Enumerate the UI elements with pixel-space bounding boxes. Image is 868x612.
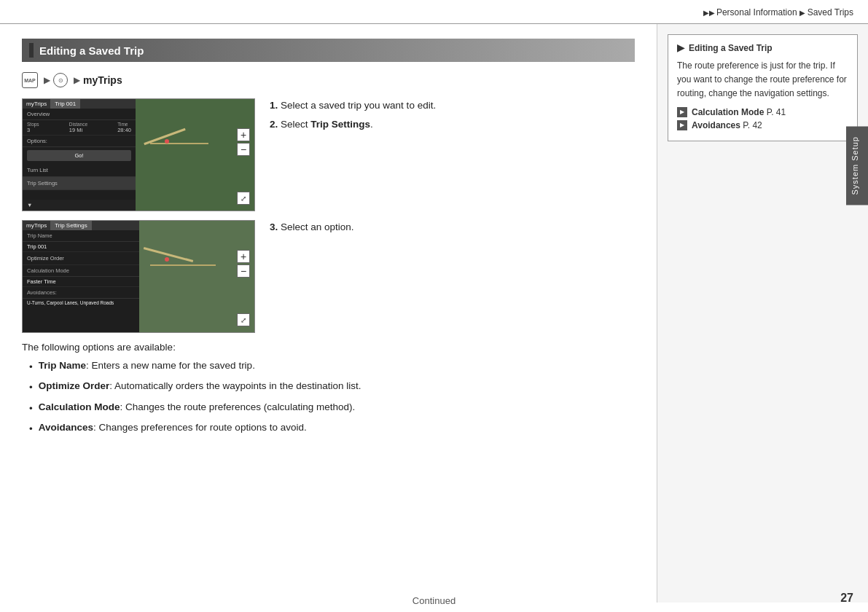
step1: 1. Select a saved trip you want to edit. bbox=[270, 98, 635, 113]
ss1-overview: Overview bbox=[23, 109, 136, 120]
bullet-4: • Avoidances: Changes preferences for ro… bbox=[29, 420, 635, 436]
link1-bold: Calculation Mode bbox=[692, 107, 764, 117]
map-expand: ⤢ bbox=[237, 192, 250, 205]
screenshot1-block: myTrips Trip 001 Overview Stops 3 Distan… bbox=[22, 98, 635, 211]
breadcrumb-arrow: ▶ bbox=[799, 9, 805, 17]
top-header: ▶▶ Personal Information ▶ Saved Trips bbox=[0, 0, 868, 24]
ss2-zoom-out: − bbox=[237, 264, 250, 278]
ss2-zoom-in: + bbox=[237, 250, 250, 263]
ss2-tab2: Trip Settings bbox=[51, 221, 92, 230]
ss1-map-overlay: + − ⤢ bbox=[136, 99, 254, 211]
step3-area: 3. Select an option. bbox=[270, 220, 635, 239]
bullet2-term: Optimize Order bbox=[39, 380, 110, 391]
section-heading: Editing a Saved Trip bbox=[22, 39, 635, 62]
sidebar-link-1: ▶ Calculation Mode P. 41 bbox=[677, 107, 848, 117]
bullet1-term: Trip Name bbox=[39, 360, 86, 371]
link2-bold: Avoidances bbox=[692, 120, 740, 130]
bullet3-term: Calculation Mode bbox=[39, 401, 120, 412]
bullet-dot-3: • bbox=[29, 401, 33, 416]
ss1-stops-label: Stops 3 bbox=[27, 122, 39, 133]
step3-text: Select an option. bbox=[281, 221, 354, 232]
circle-icon: ⊙ bbox=[53, 73, 68, 87]
bullet-list: • Trip Name: Enters a new name for the s… bbox=[29, 358, 635, 436]
right-sidebar: System Setup ▶ Editing a Saved Trip The … bbox=[657, 24, 868, 603]
link1-icon: ▶ bbox=[677, 107, 687, 117]
breadcrumb-personal-info: Personal Information bbox=[716, 7, 797, 17]
ss2-calc-label: Calculation Mode bbox=[23, 265, 139, 277]
bullet-1: • Trip Name: Enters a new name for the s… bbox=[29, 358, 635, 374]
ss1-down-indicator: ▼ bbox=[23, 200, 136, 211]
steps-1-2: 1. Select a saved trip you want to edit.… bbox=[270, 98, 635, 137]
ss1-menu: myTrips Trip 001 Overview Stops 3 Distan… bbox=[23, 99, 136, 211]
left-content: Editing a Saved Trip MAP ▶ ⊙ ▶ myTrips m… bbox=[0, 24, 657, 603]
ss1-time: Time 28:40 bbox=[117, 122, 131, 133]
ss1-trip-settings: Trip Settings bbox=[23, 177, 136, 190]
breadcrumb-arrows: ▶▶ bbox=[703, 9, 715, 17]
link2-page: P. 42 bbox=[743, 120, 762, 130]
bullet2-desc: : Automatically orders the waypoints in … bbox=[109, 380, 361, 391]
nav-arrow-2: ▶ bbox=[74, 75, 80, 85]
ss2-expand: ⤢ bbox=[237, 313, 250, 326]
sidebar-note-box: ▶ Editing a Saved Trip The route prefere… bbox=[668, 34, 858, 141]
step3: 3. Select an option. bbox=[270, 220, 635, 235]
step2-end: . bbox=[370, 119, 373, 130]
ss2-menu: myTrips Trip Settings Trip Name Trip 001… bbox=[23, 221, 139, 332]
ss2-trip-name-label: Trip Name bbox=[23, 230, 139, 242]
heading-bar bbox=[29, 43, 34, 58]
bullet-dot-4: • bbox=[29, 422, 33, 436]
main-layout: Editing a Saved Trip MAP ▶ ⊙ ▶ myTrips m… bbox=[0, 24, 868, 603]
screenshot1: myTrips Trip 001 Overview Stops 3 Distan… bbox=[22, 98, 255, 211]
map-icon: MAP bbox=[22, 72, 38, 88]
ss1-dist: Distance 19 Mi bbox=[69, 122, 87, 133]
ss1-go-btn: Go! bbox=[27, 150, 131, 161]
screenshot2: myTrips Trip Settings Trip Name Trip 001… bbox=[22, 220, 255, 333]
bullet3-desc: : Changes the route preferences (calcula… bbox=[120, 401, 356, 412]
footer-continued: Continued bbox=[413, 595, 455, 606]
ss1-options-label: Options: bbox=[23, 136, 136, 147]
bullet4-term: Avoidances bbox=[39, 422, 93, 433]
step2-bold: Trip Settings bbox=[310, 119, 370, 130]
bullet-dot-2: • bbox=[29, 380, 33, 395]
sidebar-note-text: The route preference is just for the tri… bbox=[677, 59, 848, 101]
note-title-icon: ▶ bbox=[677, 42, 684, 53]
step2-text: Select bbox=[281, 119, 310, 130]
page-number: 27 bbox=[840, 592, 853, 605]
breadcrumb-saved-trips: Saved Trips bbox=[808, 7, 853, 17]
breadcrumb: ▶▶ Personal Information ▶ Saved Trips bbox=[703, 7, 853, 17]
ss1-tabs: myTrips Trip 001 bbox=[23, 99, 136, 109]
system-setup-tab: System Setup bbox=[846, 126, 868, 205]
sidebar-note-title-text: Editing a Saved Trip bbox=[689, 43, 773, 53]
ss2-trip-name-val: Trip 001 bbox=[23, 242, 139, 252]
bullet-2: • Optimize Order: Automatically orders t… bbox=[29, 379, 635, 395]
ss2-tab1: myTrips bbox=[23, 221, 51, 230]
page-footer: Continued bbox=[0, 589, 868, 612]
link2-icon: ▶ bbox=[677, 120, 687, 130]
ss2-calc-val: Faster Time bbox=[23, 277, 139, 287]
step1-text: Select a saved trip you want to edit. bbox=[281, 100, 436, 111]
bullet-dot-1: • bbox=[29, 360, 33, 374]
ss1-stops-row: Stops 3 Distance 19 Mi Time 28:40 bbox=[23, 120, 136, 136]
ss2-tabs: myTrips Trip Settings bbox=[23, 221, 139, 230]
bullet4-desc: : Changes preferences for route options … bbox=[93, 422, 307, 433]
ss1-turn-list: Turn List bbox=[23, 164, 136, 177]
sidebar-note-title: ▶ Editing a Saved Trip bbox=[677, 42, 848, 53]
link1-page: P. 41 bbox=[767, 107, 786, 117]
bullet1-desc: : Enters a new name for the saved trip. bbox=[86, 360, 255, 371]
map-zoom-out: − bbox=[237, 143, 250, 156]
bullet-3: • Calculation Mode: Changes the route pr… bbox=[29, 400, 635, 416]
nav-arrow-1: ▶ bbox=[44, 75, 50, 85]
ss2-avoid-val: U-Turns, Carpool Lanes, Unpaved Roads bbox=[23, 299, 139, 307]
ss1-tab2: Trip 001 bbox=[51, 99, 80, 109]
ss2-optimize: Optimize Order bbox=[23, 252, 139, 265]
nav-label: myTrips bbox=[83, 74, 122, 86]
ss2-avoid-label: Avoidances: bbox=[23, 287, 139, 299]
step2: 2. Select Trip Settings. bbox=[270, 117, 635, 132]
screenshot2-block: myTrips Trip Settings Trip Name Trip 001… bbox=[22, 220, 635, 333]
sidebar-link-2: ▶ Avoidances P. 42 bbox=[677, 120, 848, 130]
following-text: The following options are available: bbox=[22, 342, 635, 353]
map-zoom-in: + bbox=[237, 128, 250, 141]
section-title: Editing a Saved Trip bbox=[39, 44, 144, 57]
ss2-map-overlay: + − ⤢ bbox=[139, 221, 254, 332]
ss1-tab1: myTrips bbox=[23, 99, 51, 109]
nav-path: MAP ▶ ⊙ ▶ myTrips bbox=[22, 72, 635, 88]
